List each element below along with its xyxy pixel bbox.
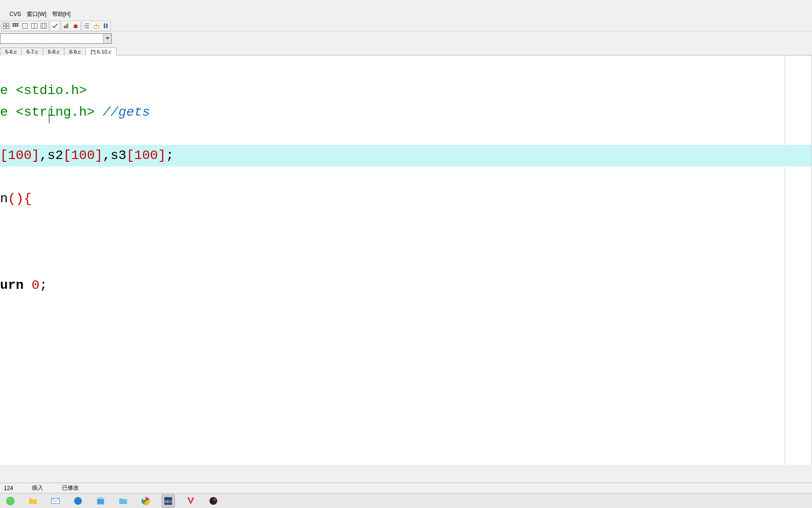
svg-line-23 [77,27,78,27]
code-token: e [0,83,8,98]
svg-rect-16 [63,26,65,28]
code-token: 100 [134,148,158,163]
menu-item-window[interactable]: 窗口[W] [24,9,49,19]
svg-rect-18 [67,23,68,28]
svg-point-37 [213,498,216,501]
code-token: 100 [8,148,31,163]
devcpp-icon[interactable]: DEV [162,494,175,508]
svg-rect-26 [106,23,108,28]
code-token: (){ [8,191,31,206]
svg-rect-10 [22,23,27,28]
indent-icon[interactable] [82,21,92,31]
svg-rect-25 [104,23,106,28]
svg-point-29 [74,497,82,505]
svg-rect-0 [3,23,5,25]
code-token [23,278,31,293]
code-token: [ [0,148,8,163]
obs-icon[interactable] [207,494,220,508]
files-icon[interactable] [26,494,39,508]
chrome-icon[interactable] [139,494,152,508]
code-editor[interactable]: e <stdio.h> e <string.h> //gets [100],s2… [0,56,812,465]
code-token: ,s2 [39,148,63,163]
code-token: ; [39,278,47,293]
panel-icon[interactable] [30,21,39,31]
store-icon[interactable] [94,494,107,508]
chevron-down-icon[interactable] [103,34,111,43]
svg-rect-8 [15,25,16,27]
code-token: <string.h> [8,105,95,119]
code-content: e <stdio.h> e <string.h> //gets [100],s2… [0,56,812,318]
svg-rect-13 [41,23,47,28]
tab-6-8[interactable]: 6-8.c [43,48,64,56]
tab-6-7[interactable]: 6-7.c [21,48,43,56]
code-token: ] [158,148,166,163]
svg-line-22 [73,27,75,27]
square-icon[interactable] [20,21,30,31]
code-token: [ [126,148,134,163]
code-token: ] [95,148,103,163]
code-token: urn [0,278,23,293]
svg-rect-2 [3,26,5,28]
check-icon[interactable] [50,21,60,31]
svg-rect-9 [16,25,18,27]
grid2-icon[interactable] [11,21,20,31]
svg-point-27 [6,496,15,505]
code-token: ,s3 [103,148,126,163]
menu-item-help[interactable]: 帮助[H] [49,9,73,19]
tab-6-9[interactable]: 6-9.c [64,48,86,56]
svg-text:DEV: DEV [164,499,172,503]
grid-icon[interactable] [1,21,11,31]
tab-5-6[interactable]: 5-6.c [0,48,22,56]
code-token: //gets [95,105,150,119]
menu-item-cvs[interactable]: CVS [7,10,24,18]
svg-rect-7 [12,25,14,27]
taskbar: DEV [0,493,812,508]
mail-icon[interactable] [49,494,62,508]
wps-icon[interactable] [184,494,197,508]
code-token: n [0,191,8,206]
svg-rect-1 [6,23,8,25]
code-token: 100 [71,148,94,163]
explorer-icon[interactable] [117,494,130,508]
code-token: e [0,105,8,119]
svg-rect-5 [15,23,16,24]
status-modified: 已修改 [62,484,79,492]
svg-point-19 [74,24,78,28]
svg-point-36 [210,497,218,505]
column-icon[interactable] [101,21,110,31]
code-token: ; [166,148,174,163]
code-token: [ [63,148,71,163]
menu-item-unknown[interactable] [1,13,7,15]
toolbar [0,20,812,32]
svg-rect-4 [12,23,14,24]
file-tabs: 5-6.c 6-7.c 6-8.c 6-9.c [*] 6-10.c [0,45,812,56]
panel2-icon[interactable] [39,21,48,31]
edge-icon[interactable] [71,494,85,508]
svg-rect-3 [6,26,8,28]
status-insert-mode: 插入 [32,484,43,492]
scope-combo[interactable] [0,33,112,44]
svg-rect-30 [97,499,104,504]
status-bar: 124 插入 已修改 [0,483,812,493]
menu-bar: CVS 窗口[W] 帮助[H] [0,8,812,20]
code-token: 0 [31,278,39,293]
svg-rect-17 [65,24,67,28]
inbox-icon[interactable] [92,21,101,31]
code-token: <stdio.h> [8,83,87,98]
combo-row [0,32,812,45]
chart-icon[interactable] [62,21,71,31]
start-icon[interactable] [4,494,17,508]
bug-icon[interactable] [71,21,80,31]
svg-rect-6 [16,23,18,24]
tab-6-10[interactable]: [*] 6-10.c [86,48,117,56]
code-token: ] [31,148,39,163]
status-position: 124 [4,485,13,492]
